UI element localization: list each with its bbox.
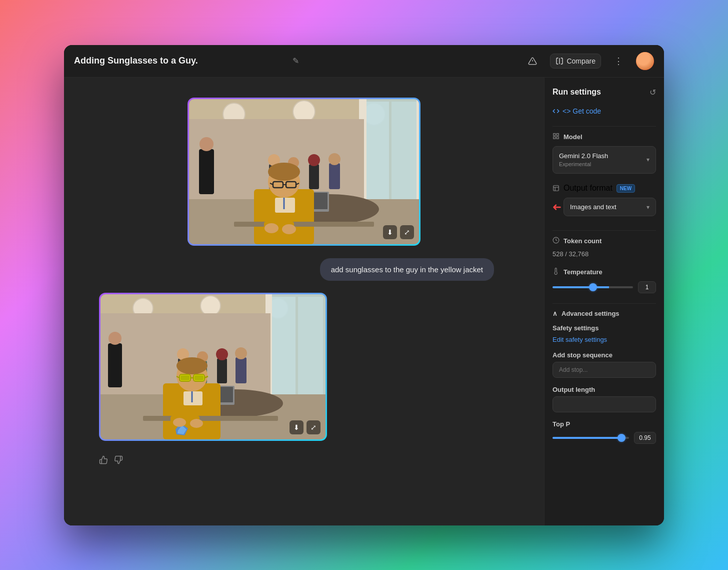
title-bar: Adding Sunglasses to a Guy. ✎ Compare ⋮: [64, 45, 664, 78]
feedback-row: [99, 455, 123, 466]
token-count-section: Token count 528 / 32,768: [552, 237, 656, 258]
edited-scene-svg: [100, 294, 326, 439]
svg-rect-20: [329, 163, 340, 189]
svg-rect-55: [217, 358, 227, 383]
svg-rect-18: [309, 164, 319, 189]
output-length-input[interactable]: 8192: [552, 396, 656, 412]
page-title: Adding Sunglasses to a Guy.: [74, 56, 286, 66]
output-format-dropdown[interactable]: Images and text ▾: [564, 198, 656, 216]
top-p-value: 0.95: [634, 432, 656, 444]
output-format-icon: [552, 185, 560, 192]
token-icon: [552, 237, 560, 245]
advanced-settings-label: Advanced settings: [562, 310, 620, 317]
svg-rect-84: [554, 137, 556, 139]
svg-rect-59: [108, 343, 122, 387]
svg-rect-34: [275, 198, 295, 213]
image-border-1: ⬇ ⤢: [188, 98, 420, 246]
svg-point-65: [176, 357, 208, 374]
model-dropdown-arrow: ▾: [646, 156, 650, 163]
format-dropdown-arrow: ▾: [646, 204, 650, 211]
stop-sequence-input[interactable]: [552, 362, 656, 378]
svg-rect-83: [556, 137, 558, 139]
token-section-label: Token count: [564, 237, 602, 245]
output-format-label: Output format: [564, 184, 612, 193]
model-icon: [552, 133, 560, 141]
svg-point-58: [235, 347, 247, 359]
run-settings-sidebar: Run settings ↺ <> Get code Model: [544, 78, 664, 525]
edit-title-icon[interactable]: ✎: [292, 56, 299, 66]
divider-1: [552, 126, 656, 127]
svg-rect-73: [184, 391, 202, 405]
temperature-icon: [552, 268, 560, 276]
thumbs-up-icon: [99, 455, 108, 464]
svg-point-21: [328, 153, 340, 165]
refresh-icon[interactable]: ↺: [650, 88, 656, 97]
more-options-button[interactable]: ⋮: [609, 53, 628, 70]
chevron-up-icon: ∧: [552, 310, 558, 317]
svg-rect-57: [236, 357, 246, 383]
get-code-button[interactable]: <> Get code: [552, 105, 601, 117]
user-avatar[interactable]: [636, 52, 654, 70]
model-section: Model: [552, 133, 656, 141]
token-label-row: Token count: [552, 237, 656, 245]
top-p-label: Top P: [552, 420, 656, 428]
model-select-text: Gemini 2.0 Flash Experimental: [559, 152, 608, 169]
svg-rect-8: [392, 102, 416, 212]
compare-button[interactable]: Compare: [550, 54, 601, 69]
temperature-slider[interactable]: [552, 286, 633, 288]
safety-settings-label: Safety settings: [552, 324, 656, 332]
edit-safety-label: Edit safety settings: [552, 336, 607, 343]
original-scene-svg: [189, 99, 419, 244]
svg-point-80: [190, 419, 203, 428]
temperature-slider-row: 1: [552, 281, 656, 293]
expand-image-1-btn[interactable]: ⤢: [400, 225, 414, 239]
image-border-2: ⬇ ⤢: [99, 293, 327, 441]
token-value-text: 528 / 32,768: [552, 250, 656, 258]
svg-rect-77: [143, 416, 278, 421]
svg-point-19: [308, 154, 320, 166]
expand-image-2-btn[interactable]: ⤢: [306, 420, 320, 434]
svg-point-39: [282, 224, 296, 234]
svg-rect-7: [364, 102, 389, 212]
svg-rect-36: [234, 222, 374, 227]
compare-icon: [556, 57, 564, 65]
edit-safety-button[interactable]: Edit safety settings: [552, 336, 607, 343]
download-image-1-btn[interactable]: ⬇: [383, 225, 397, 239]
svg-point-79: [173, 418, 186, 427]
svg-rect-46: [298, 297, 323, 407]
svg-point-42: [200, 296, 220, 316]
model-experimental-label: Experimental: [559, 161, 608, 168]
code-icon: [552, 108, 560, 115]
svg-point-28: [268, 163, 300, 181]
download-icon-1: ⬇: [387, 228, 393, 236]
download-image-2-btn[interactable]: ⬇: [290, 420, 304, 434]
image-inner-1: ⬇ ⤢: [189, 99, 419, 244]
model-select-dropdown[interactable]: Gemini 2.0 Flash Experimental ▾: [552, 146, 656, 174]
svg-rect-10: [416, 99, 419, 214]
content-area: ⬇ ⤢ add sunglasses to the guy in the yel…: [64, 78, 664, 525]
new-badge: NEW: [616, 184, 635, 193]
sidebar-title: Run settings: [552, 88, 601, 97]
top-p-slider[interactable]: [552, 437, 629, 439]
sidebar-header: Run settings ↺: [552, 88, 656, 97]
svg-rect-69: [194, 375, 204, 380]
svg-point-38: [264, 223, 278, 233]
stop-sequence-label: Add stop sequence: [552, 351, 656, 359]
compare-label: Compare: [566, 57, 596, 65]
divider-3: [552, 303, 656, 304]
edited-image-container: ⬇ ⤢: [99, 293, 327, 441]
avatar-image: [636, 52, 654, 70]
svg-point-23: [200, 137, 214, 151]
alert-icon-btn[interactable]: [523, 54, 542, 69]
red-arrow-icon: ➜: [552, 201, 562, 214]
output-length-label: Output length: [552, 386, 656, 393]
expand-icon-1: ⤢: [404, 228, 410, 236]
main-panel: ⬇ ⤢ add sunglasses to the guy in the yel…: [64, 78, 544, 525]
thumbs-down-button[interactable]: [114, 455, 123, 466]
svg-rect-22: [199, 149, 214, 194]
svg-point-56: [216, 348, 228, 360]
thumbs-up-button[interactable]: [99, 455, 108, 466]
alert-icon: [528, 57, 537, 66]
image-controls-2: ⬇ ⤢: [290, 420, 320, 434]
advanced-settings-header[interactable]: ∧ Advanced settings: [552, 310, 656, 317]
